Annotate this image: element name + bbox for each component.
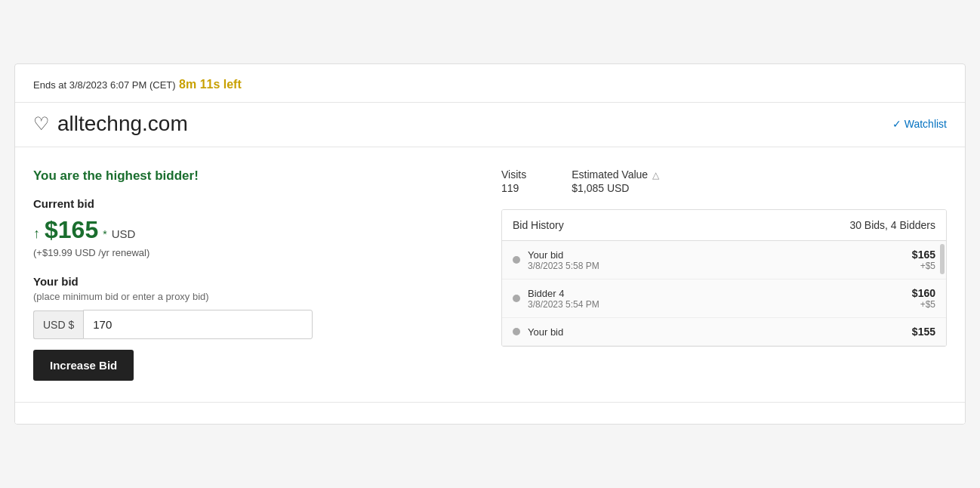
domain-name: alltechng.com [57, 112, 188, 136]
bid-amount-row: ↑ $165* USD [33, 216, 471, 244]
bid-input-row: USD $ [33, 310, 313, 339]
bid-price-col: $165 +$5 [912, 249, 935, 271]
watchlist-button[interactable]: ✓ Watchlist [892, 118, 947, 130]
bid-history-header: Bid History 30 Bids, 4 Bidders [502, 210, 946, 241]
bid-info: Your bid 3/8/2023 5:58 PM [528, 249, 904, 271]
bid-price-col: $155 [912, 326, 935, 338]
renewal-text: (+$19.99 USD /yr renewal) [33, 247, 471, 258]
highest-bidder-text: You are the highest bidder! [33, 168, 471, 184]
bid-who: Your bid [528, 326, 904, 338]
bid-who: Your bid [528, 249, 904, 261]
current-bid-label: Current bid [33, 197, 471, 210]
bid-who: Bidder 4 [528, 288, 904, 299]
bid-count: 30 Bids, 4 Bidders [849, 219, 935, 231]
bid-list-item: Your bid 3/8/2023 5:58 PM $165 +$5 [502, 241, 946, 280]
estimated-value-label: Estimated Value [572, 168, 648, 181]
bid-list-item: Your bid $155 [502, 318, 946, 346]
proxy-hint: (place minimum bid or enter a proxy bid) [33, 291, 471, 302]
heart-icon[interactable]: ♡ [33, 113, 50, 134]
visits-estimated-row: Visits 119 Estimated Value △ $1,085 USD [501, 168, 947, 194]
bid-info: Your bid [528, 326, 904, 338]
scroll-indicator[interactable] [940, 244, 945, 274]
bid-dot [513, 328, 520, 335]
time-left-text: 8m 11s left [179, 78, 242, 91]
bid-price: $160 [912, 287, 935, 299]
triangle-icon: △ [652, 170, 659, 181]
bid-info: Bidder 4 3/8/2023 5:54 PM [528, 288, 904, 310]
bid-price: $155 [912, 326, 935, 338]
bid-dot [513, 256, 520, 264]
bid-increment: +$5 [912, 261, 935, 271]
increase-bid-button[interactable]: Increase Bid [33, 350, 134, 381]
bid-input[interactable] [83, 310, 313, 339]
left-panel: You are the highest bidder! Current bid … [33, 168, 471, 381]
auction-card: Ends at 3/8/2023 6:07 PM (CET) 8m 11s le… [14, 63, 966, 425]
estimated-value: $1,085 USD [572, 182, 659, 194]
currency-label: USD $ [33, 310, 83, 339]
bid-dot [513, 295, 520, 302]
watchlist-check-icon: ✓ [892, 118, 901, 130]
main-content: You are the highest bidder! Current bid … [15, 147, 965, 402]
estimated-label-row: Estimated Value △ [572, 168, 659, 182]
bid-currency: USD [112, 227, 136, 240]
visits-label: Visits [501, 168, 526, 181]
bid-asterisk: * [103, 228, 106, 240]
estimated-section: Estimated Value △ $1,085 USD [572, 168, 659, 194]
watchlist-label: Watchlist [904, 118, 947, 130]
title-row: ♡ alltechng.com ✓ Watchlist [15, 103, 965, 147]
bid-amount: $165 [45, 216, 98, 244]
visits-section: Visits 119 [501, 168, 526, 194]
ends-at-text: Ends at 3/8/2023 6:07 PM (CET) [33, 79, 176, 91]
your-bid-label: Your bid [33, 275, 471, 288]
bid-time: 3/8/2023 5:58 PM [528, 261, 904, 271]
domain-title: ♡ alltechng.com [33, 112, 188, 136]
top-bar: Ends at 3/8/2023 6:07 PM (CET) 8m 11s le… [15, 64, 965, 103]
bottom-bar [15, 402, 965, 424]
right-panel: Visits 119 Estimated Value △ $1,085 USD … [501, 168, 947, 381]
up-arrow-icon: ↑ [33, 226, 40, 242]
bid-history-title: Bid History [513, 219, 564, 231]
bid-list[interactable]: Your bid 3/8/2023 5:58 PM $165 +$5 Bidde… [502, 241, 946, 346]
bid-history-box: Bid History 30 Bids, 4 Bidders Your bid … [501, 209, 947, 347]
bid-price: $165 [912, 249, 935, 261]
bid-increment: +$5 [912, 299, 935, 310]
bid-list-item: Bidder 4 3/8/2023 5:54 PM $160 +$5 [502, 280, 946, 318]
visits-value: 119 [501, 182, 526, 194]
bid-price-col: $160 +$5 [912, 287, 935, 310]
bid-time: 3/8/2023 5:54 PM [528, 299, 904, 310]
